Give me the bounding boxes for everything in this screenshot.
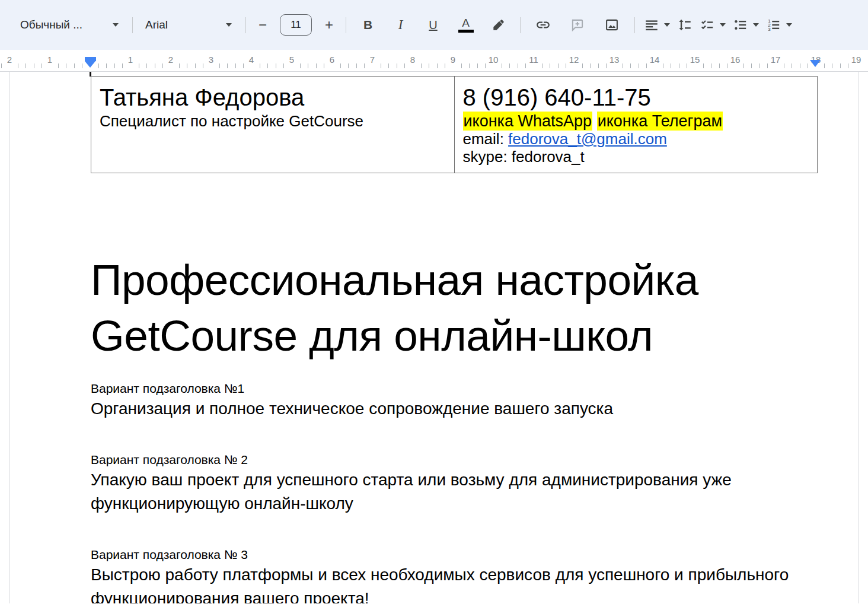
page-left-edge: [9, 72, 10, 603]
right-indent-marker[interactable]: [810, 60, 821, 67]
ruler-tick: [606, 63, 607, 68]
bulleted-list-icon: [733, 17, 748, 33]
skype-line[interactable]: skype: fedorova_t: [463, 148, 809, 166]
ruler-number: 6: [330, 55, 334, 65]
highlight-color-button[interactable]: [482, 12, 515, 37]
ruler-tick: [324, 63, 324, 68]
comment-add-icon: [570, 17, 585, 33]
toolbar: Обычный ... Arial − 11 + B I U A: [0, 0, 868, 50]
ruler-tick: [195, 63, 196, 68]
ruler-tick: [646, 63, 647, 68]
whatsapp-highlight: иконка WhatsApp: [463, 112, 593, 131]
align-button[interactable]: [640, 12, 674, 37]
contact-right-cell[interactable]: 8 (916) 640-11-75 иконка WhatsApp иконка…: [454, 77, 818, 173]
add-comment-button[interactable]: [560, 12, 595, 37]
decrease-font-size-button[interactable]: −: [251, 12, 274, 37]
subtitle-section-2[interactable]: Вариант подзаголовка № 2 Упакую ваш прое…: [91, 452, 818, 516]
ruler-tick: [767, 63, 768, 68]
paragraph-style-selector[interactable]: Обычный ...: [13, 12, 127, 37]
ruler-tick: [397, 63, 397, 68]
ruler-tick: [727, 63, 727, 68]
table-row: Татьяна Федорова Специалист по настройке…: [91, 77, 818, 173]
ruler-tick: [356, 63, 357, 68]
ruler-tick: [630, 63, 631, 68]
ruler-tick: [18, 63, 18, 68]
page-content[interactable]: Татьяна Федорова Специалист по настройке…: [91, 72, 818, 603]
increase-font-size-button[interactable]: +: [318, 12, 340, 37]
subtitle-label[interactable]: Вариант подзаголовка №1: [91, 380, 818, 397]
messenger-line[interactable]: иконка WhatsApp иконка Телеграм: [463, 112, 809, 130]
ruler-tick: [832, 63, 832, 68]
first-line-indent-marker[interactable]: [85, 57, 96, 61]
ruler-tick: [751, 63, 752, 68]
ruler-tick: [566, 63, 566, 68]
ruler-tick: [558, 63, 559, 68]
underline-button[interactable]: U: [417, 12, 449, 37]
subtitle-label[interactable]: Вариант подзаголовка № 3: [91, 546, 818, 563]
ruler-tick: [477, 63, 478, 68]
insert-image-button[interactable]: [595, 12, 629, 37]
ruler-tick: [550, 63, 550, 68]
phone-number[interactable]: 8 (916) 640-11-75: [463, 82, 809, 112]
ruler-tick: [404, 63, 405, 68]
numbered-list-button[interactable]: 1 2 3: [762, 12, 796, 37]
subtitle-text[interactable]: Выстрою работу платформы и всех необходи…: [91, 563, 818, 603]
insert-link-button[interactable]: [526, 12, 560, 37]
ruler-tick: [388, 63, 389, 68]
bulleted-list-button[interactable]: [729, 12, 762, 37]
ruler-number: 14: [650, 55, 660, 65]
ruler-tick: [276, 63, 276, 68]
ruler-tick: [445, 63, 445, 68]
font-size-input[interactable]: 11: [280, 14, 312, 36]
align-left-icon: [644, 17, 659, 33]
ruler-number: 15: [690, 55, 700, 65]
page-right-edge: [859, 72, 859, 603]
ruler-tick: [187, 63, 187, 68]
ruler-tick: [760, 63, 760, 68]
ruler-tick: [283, 63, 284, 68]
subtitle-section-1[interactable]: Вариант подзаголовка №1 Организация и по…: [91, 380, 818, 421]
email-link[interactable]: fedorova_t@gmail.com: [508, 130, 667, 148]
chevron-down-icon: [226, 23, 232, 27]
document-canvas[interactable]: Татьяна Федорова Специалист по настройке…: [0, 72, 868, 603]
ruler-tick: [34, 63, 34, 68]
ruler-tick: [227, 63, 228, 68]
subtitle-section-3[interactable]: Вариант подзаголовка № 3 Выстрою работу …: [91, 546, 818, 603]
ruler-tick: [679, 63, 679, 68]
text-color-button[interactable]: A: [449, 12, 482, 37]
ruler-tick: [502, 63, 502, 68]
subtitle-text[interactable]: Организация и полное техническое сопрово…: [91, 397, 818, 421]
bold-button[interactable]: B: [352, 12, 384, 37]
subtitle-text[interactable]: Упакую ваш проект для успешного старта и…: [91, 468, 818, 516]
ruler-tick: [155, 63, 155, 68]
chevron-down-icon: [786, 23, 792, 27]
ruler-tick: [639, 63, 639, 68]
ruler-tick: [42, 63, 42, 68]
person-name[interactable]: Татьяна Федорова: [100, 82, 446, 112]
italic-button[interactable]: I: [384, 12, 417, 37]
ruler-number: 17: [771, 55, 781, 65]
ruler-tick: [542, 63, 542, 68]
ruler-tick: [461, 63, 462, 68]
ruler-number: 11: [529, 55, 538, 65]
ruler-tick: [525, 63, 526, 68]
toolbar-separator: [634, 17, 635, 33]
ruler-tick: [703, 63, 704, 68]
line-spacing-button[interactable]: [674, 12, 696, 37]
checklist-button[interactable]: [696, 12, 729, 37]
contact-table[interactable]: Татьяна Федорова Специалист по настройке…: [91, 76, 818, 173]
person-role[interactable]: Специалист по настройке GetCourse: [100, 112, 446, 130]
ruler-tick: [162, 63, 163, 68]
chevron-down-icon: [753, 23, 759, 27]
document-title[interactable]: Профессиональная настройка GetCourse для…: [91, 252, 818, 364]
email-line[interactable]: email: fedorova_t@gmail.com: [463, 130, 809, 148]
subtitle-label[interactable]: Вариант подзаголовка № 2: [91, 452, 818, 468]
highlighter-pen-icon: [491, 17, 506, 33]
ruler-tick: [364, 63, 365, 68]
font-family-selector[interactable]: Arial: [138, 12, 240, 37]
svg-text:3: 3: [768, 27, 771, 32]
ruler[interactable]: 21012345678910111213141516171819: [0, 50, 868, 72]
contact-left-cell[interactable]: Татьяна Федорова Специалист по настройке…: [91, 77, 455, 173]
ruler-number: 1: [47, 55, 52, 65]
left-indent-marker[interactable]: [85, 57, 96, 68]
